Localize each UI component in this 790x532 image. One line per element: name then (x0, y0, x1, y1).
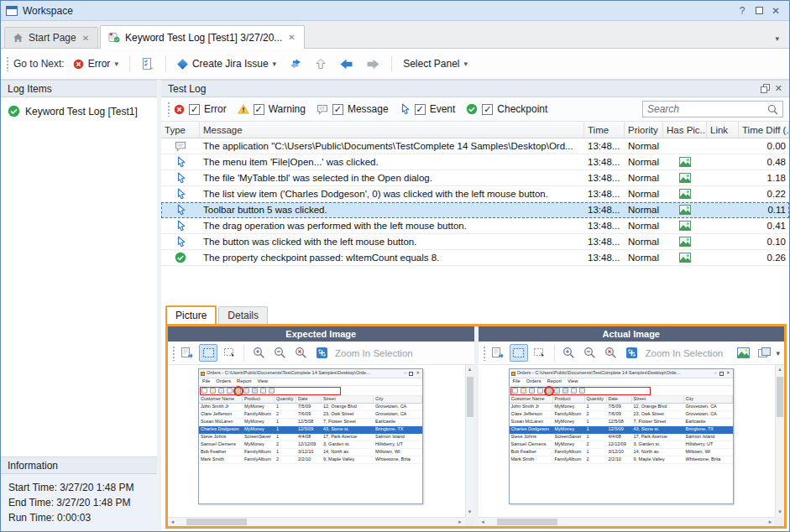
tab-start-page[interactable]: Start Page ✕ (4, 27, 98, 48)
actual-image-area[interactable]: Orders - C:\Users\Public\Documents\TestC… (479, 365, 785, 526)
select-panel-button[interactable]: Select Panel ▾ (399, 55, 472, 72)
tab-picture[interactable]: Picture (165, 305, 217, 324)
log-time-diff: 0.48 (739, 154, 789, 170)
log-row[interactable]: The file 'MyTable.tbl' was selected in t… (161, 170, 789, 186)
zoom-in-button[interactable] (560, 344, 578, 362)
event-checkbox[interactable]: ✓ (415, 104, 426, 115)
vertical-scrollbar[interactable]: ▲▼ (775, 365, 784, 517)
mini-toolbar-icon (546, 388, 552, 394)
filter-event[interactable]: ✓ Event (400, 103, 456, 115)
mini-grid-column-header: Street (322, 396, 374, 403)
move-region-button[interactable] (531, 344, 549, 362)
select-region-button[interactable] (510, 344, 528, 362)
column-header-priority[interactable]: Priority (625, 122, 663, 138)
panel-restore-button[interactable] (761, 84, 770, 93)
toolbar-grip[interactable] (6, 56, 9, 71)
log-type-icon (161, 186, 200, 201)
log-row[interactable]: The application "C:\Users\Public\Documen… (161, 138, 789, 154)
checkpoint-icon (466, 103, 478, 115)
panel-close-button[interactable]: ✕ (775, 83, 782, 94)
toolbar-grip[interactable] (483, 346, 486, 361)
export-image-button[interactable] (489, 344, 507, 362)
filter-error[interactable]: ✓ Error (174, 103, 227, 115)
navigate-back-button[interactable] (335, 56, 358, 72)
scroll-down-icon[interactable]: ▼ (466, 508, 474, 517)
horizontal-scrollbar[interactable]: ◄► (479, 517, 776, 526)
scroll-left-icon[interactable]: ◄ (168, 518, 177, 526)
restore-button[interactable] (751, 3, 767, 18)
column-header-message[interactable]: Message (200, 122, 584, 138)
scrollbar-thumb[interactable] (777, 377, 783, 417)
tab-keyword-test-log[interactable]: Keyword Test Log [Test1] 3/27/20... ✕ (100, 25, 305, 49)
column-header-link[interactable]: Link (707, 122, 739, 138)
filter-warning[interactable]: ✓ Warning (238, 103, 306, 115)
jira-sync-button[interactable] (285, 55, 306, 72)
search-box[interactable] (642, 101, 783, 117)
tab-list-dropdown[interactable]: ▾ (775, 34, 786, 48)
scroll-right-icon[interactable]: ► (766, 518, 775, 526)
move-up-button[interactable] (311, 55, 331, 72)
column-header-type[interactable]: Type (161, 122, 200, 138)
scroll-left-icon[interactable]: ◄ (479, 518, 488, 526)
go-to-next-error-button[interactable]: Error ▾ (69, 55, 123, 72)
scrollbar-thumb[interactable] (467, 377, 473, 417)
checkpoint-checkbox[interactable]: ✓ (482, 104, 493, 115)
zoom-reset-button[interactable] (602, 344, 620, 362)
column-header-time-diff[interactable]: Time Diff (... (739, 122, 789, 138)
error-checkbox[interactable]: ✓ (189, 104, 200, 115)
navigate-forward-button[interactable] (362, 56, 385, 72)
tab-close-icon[interactable]: ✕ (81, 34, 90, 43)
filter-message[interactable]: ✓ Message (317, 103, 389, 115)
toolbar-grip[interactable] (172, 346, 175, 361)
zoom-out-button[interactable] (581, 344, 599, 362)
scroll-up-icon[interactable]: ▲ (466, 365, 474, 374)
test-log-icon (108, 32, 120, 43)
message-checkbox[interactable]: ✓ (332, 104, 343, 115)
toolbar-grip[interactable] (167, 102, 170, 117)
close-button[interactable]: ✕ (767, 3, 784, 18)
export-image-button[interactable] (178, 344, 196, 362)
help-button[interactable]: ? (734, 3, 751, 18)
mini-grid-cell: 2 (585, 411, 607, 418)
create-jira-issue-button[interactable]: Create Jira Issue ▾ (173, 55, 280, 72)
filter-checkpoint[interactable]: ✓ Checkpoint (466, 103, 547, 115)
tree-item-keyword-test-log[interactable]: Keyword Test Log [Test1] (1, 103, 157, 119)
zoom-out-button[interactable] (270, 344, 289, 362)
select-region-button[interactable] (199, 344, 217, 362)
expected-image-area[interactable]: Orders - C:\Users\Public\Documents\TestC… (168, 365, 474, 526)
mini-menu-item: View (257, 379, 267, 384)
mini-menu-item: Report (237, 379, 251, 384)
mini-grid-row: Charles DodgesonMyMoney112/5/0943, Stone… (199, 426, 422, 434)
zoom-reset-button[interactable] (291, 344, 310, 362)
log-row[interactable]: The menu item 'File|Open...' was clicked… (161, 154, 789, 170)
scroll-down-icon[interactable]: ▼ (776, 508, 784, 517)
warning-checkbox[interactable]: ✓ (254, 104, 264, 115)
scrollbar-thumb[interactable] (497, 519, 557, 525)
search-input[interactable] (647, 103, 767, 115)
log-row[interactable]: The button was clicked with the left mou… (161, 234, 789, 250)
zoom-in-selection-button[interactable] (312, 344, 331, 362)
orders-app-icon (511, 372, 515, 376)
column-header-time[interactable]: Time (584, 122, 625, 138)
horizontal-scrollbar[interactable]: ◄► (168, 517, 465, 526)
zoom-in-button[interactable] (249, 344, 268, 362)
compare-images-button[interactable] (755, 344, 773, 362)
vertical-scrollbar[interactable]: ▲▼ (465, 365, 474, 517)
column-header-has-picture[interactable]: Has Pic... (663, 122, 707, 138)
zoom-in-selection-button[interactable] (623, 344, 641, 362)
log-link (707, 138, 739, 154)
scroll-right-icon[interactable]: ► (456, 518, 465, 526)
image-options-dropdown[interactable]: ▾ (776, 349, 780, 357)
post-issue-button[interactable] (137, 55, 159, 73)
log-row[interactable]: The drag operation was performed with th… (161, 218, 789, 234)
tab-close-icon[interactable]: ✕ (287, 33, 296, 42)
log-row[interactable]: The list view item ('Charles Dodgeson', … (161, 186, 789, 202)
mini-grid-cell: Mark Smith (510, 456, 553, 463)
log-row[interactable]: The property checkpoint passed: wItemCou… (161, 250, 789, 266)
scrollbar-thumb[interactable] (186, 519, 247, 525)
tab-details[interactable]: Details (218, 306, 268, 324)
scroll-up-icon[interactable]: ▲ (776, 365, 784, 374)
view-image-button[interactable] (734, 344, 752, 362)
move-region-button[interactable] (220, 344, 238, 362)
log-row[interactable]: Toolbar button 5 was clicked.13:48...Nor… (161, 202, 789, 218)
